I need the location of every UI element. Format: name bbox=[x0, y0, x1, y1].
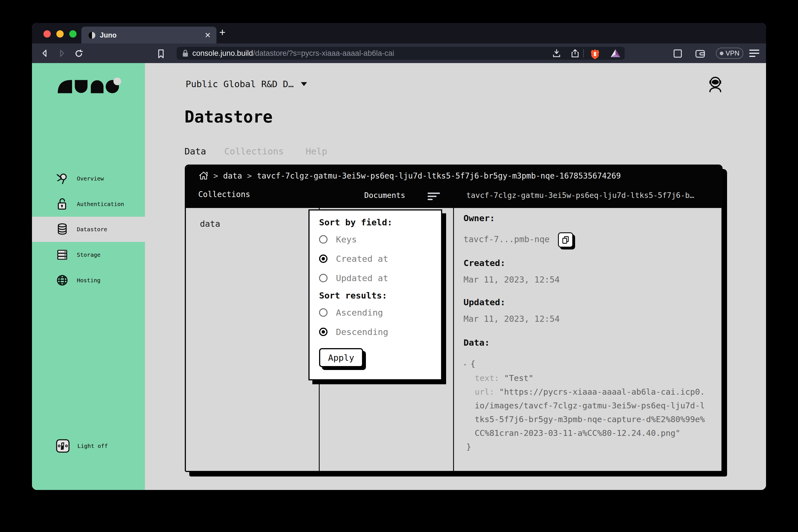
breadcrumb: > data > tavcf-7clgz-gatmu-3ei5w-ps6eq-l… bbox=[186, 166, 721, 186]
wallet-icon[interactable] bbox=[695, 49, 706, 59]
copy-button[interactable] bbox=[558, 232, 573, 247]
collections-column-header: Collections bbox=[198, 190, 250, 199]
toolbar-divider bbox=[583, 49, 584, 57]
collection-item-data[interactable]: data bbox=[200, 219, 220, 229]
astronaut-avatar-icon[interactable] bbox=[707, 76, 723, 93]
browser-tabbar: Juno ✕ + bbox=[32, 23, 766, 43]
desktop: Juno ✕ + console.juno.build/datastore/?s… bbox=[0, 0, 798, 532]
sort-option-keys[interactable]: Keys bbox=[319, 230, 441, 249]
light-switch-icon bbox=[56, 439, 70, 453]
copy-icon bbox=[561, 235, 570, 244]
breadcrumb-collection[interactable]: data bbox=[223, 171, 242, 180]
forward-icon[interactable] bbox=[57, 49, 66, 58]
sort-option-ascending[interactable]: Ascending bbox=[319, 303, 441, 322]
sort-field-title: Sort by field: bbox=[319, 217, 441, 230]
radio-selected-icon[interactable] bbox=[319, 328, 328, 336]
json-key-text: text: bbox=[475, 373, 499, 383]
tab-data[interactable]: Data bbox=[185, 146, 206, 157]
macos-zoom-button[interactable] bbox=[69, 30, 77, 38]
tab-title: Juno bbox=[100, 31, 117, 39]
macos-minimize-button[interactable] bbox=[56, 30, 64, 38]
radio-unselected-icon[interactable] bbox=[319, 274, 328, 282]
tab-help[interactable]: Help bbox=[305, 146, 327, 157]
sort-icon[interactable] bbox=[428, 193, 440, 202]
radio-unselected-icon[interactable] bbox=[319, 235, 328, 244]
sidebar-item-datastore[interactable]: Datastore bbox=[32, 217, 145, 242]
main-area: Public Global R&D D… Datastore Data Coll… bbox=[145, 63, 766, 490]
sidebar-item-hosting[interactable]: Hosting bbox=[32, 268, 145, 293]
url-bar[interactable]: console.juno.build/datastore/?s=pycrs-xi… bbox=[177, 47, 625, 60]
radio-unselected-icon[interactable] bbox=[319, 308, 328, 317]
unlock-icon bbox=[56, 197, 69, 211]
download-icon[interactable] bbox=[552, 49, 561, 58]
menu-icon[interactable] bbox=[749, 50, 759, 57]
brave-shield-icon[interactable] bbox=[590, 49, 600, 60]
data-label: Data: bbox=[463, 338, 712, 349]
sidebar-item-label: Overview bbox=[77, 175, 104, 182]
document-column-header: tavcf-7clgz-gatmu-3ei5w-ps6eq-lju7d-ltks… bbox=[466, 191, 719, 200]
url-domain: console.juno.build bbox=[192, 49, 253, 58]
browser-toolbar: console.juno.build/datastore/?s=pycrs-xi… bbox=[32, 43, 766, 63]
owner-value: tavcf-7...pmb-nqe bbox=[463, 234, 550, 246]
bookmark-icon[interactable] bbox=[156, 49, 165, 59]
macos-close-button[interactable] bbox=[43, 30, 51, 38]
juno-favicon-icon bbox=[89, 32, 95, 39]
json-close-brace: } bbox=[463, 440, 708, 454]
sidebar: Overview Authentication Datastore Storag… bbox=[32, 63, 145, 490]
collapse-triangle-icon[interactable]: ▾ bbox=[463, 362, 467, 367]
satellite-icon bbox=[56, 172, 69, 185]
sort-option-updated-at[interactable]: Updated at bbox=[319, 268, 441, 288]
workspace-selector[interactable]: Public Global R&D D… bbox=[186, 79, 307, 90]
owner-label: Owner: bbox=[463, 213, 712, 224]
reload-icon[interactable] bbox=[74, 49, 83, 58]
sidebar-item-overview[interactable]: Overview bbox=[32, 166, 145, 191]
url-path: /datastore/?s=pycrs-xiaaa-aaaal-ab6la-ca… bbox=[253, 49, 394, 58]
json-value-url: "https://pycrs-xiaaa-aaaal-ab6la-cai.icp… bbox=[475, 387, 705, 438]
breadcrumb-doc-id: tavcf-7clgz-gatmu-3ei5w-ps6eq-lju7d-ltks… bbox=[257, 171, 621, 180]
theme-toggle[interactable]: Light off bbox=[56, 439, 108, 453]
sidebar-panel-icon[interactable] bbox=[673, 49, 683, 58]
new-tab-button[interactable]: + bbox=[219, 26, 225, 38]
sort-option-created-at[interactable]: Created at bbox=[319, 249, 441, 268]
sort-popup: Sort by field: Keys Created at Updated a… bbox=[309, 209, 442, 380]
vpn-status-dot bbox=[720, 52, 723, 55]
json-key-url: url: bbox=[475, 387, 494, 397]
sidebar-item-label: Storage bbox=[77, 251, 100, 258]
updated-value: Mar 11, 2023, 12:54 bbox=[463, 314, 712, 325]
workspace-name: Public Global R&D D… bbox=[186, 79, 294, 90]
sidebar-item-label: Hosting bbox=[77, 277, 100, 284]
json-value-text: "Test" bbox=[504, 373, 534, 383]
breadcrumb-separator: > bbox=[247, 171, 252, 180]
breadcrumb-separator: > bbox=[214, 171, 218, 180]
vpn-button[interactable]: VPN bbox=[716, 48, 743, 59]
sidebar-item-authentication[interactable]: Authentication bbox=[32, 191, 145, 217]
apply-button[interactable]: Apply bbox=[319, 348, 363, 367]
panel-header: > data > tavcf-7clgz-gatmu-3ei5w-ps6eq-l… bbox=[186, 166, 721, 208]
bat-icon[interactable] bbox=[610, 49, 621, 59]
tab-collections[interactable]: Collections bbox=[224, 146, 284, 157]
created-label: Created: bbox=[463, 258, 712, 269]
lock-icon bbox=[182, 49, 188, 57]
datastore-panel: > data > tavcf-7clgz-gatmu-3ei5w-ps6eq-l… bbox=[185, 165, 723, 472]
share-icon[interactable] bbox=[570, 49, 580, 58]
updated-label: Updated: bbox=[463, 297, 712, 308]
documents-column-header: Documents bbox=[364, 191, 405, 200]
document-json: ▾{ text: "Test" url: "https://pycrs-xiaa… bbox=[463, 357, 708, 454]
browser-window: Juno ✕ + console.juno.build/datastore/?s… bbox=[32, 23, 766, 490]
sort-option-descending[interactable]: Descending bbox=[319, 322, 441, 341]
home-icon[interactable] bbox=[199, 171, 208, 180]
chevron-down-icon bbox=[301, 82, 307, 86]
juno-logo bbox=[56, 78, 122, 95]
browser-tab[interactable]: Juno ✕ bbox=[81, 26, 217, 43]
document-detail: Owner: tavcf-7...pmb-nqe Created: Mar 11… bbox=[454, 208, 721, 471]
sidebar-item-label: Datastore bbox=[77, 226, 107, 233]
sidebar-item-label: Authentication bbox=[77, 201, 124, 207]
sidebar-item-storage[interactable]: Storage bbox=[32, 242, 145, 267]
tab-close-icon[interactable]: ✕ bbox=[204, 31, 211, 40]
created-value: Mar 11, 2023, 12:54 bbox=[463, 275, 712, 286]
back-icon[interactable] bbox=[40, 49, 49, 58]
theme-toggle-label: Light off bbox=[77, 442, 108, 449]
sort-results-title: Sort results: bbox=[319, 290, 441, 303]
vpn-label: VPN bbox=[726, 49, 739, 57]
radio-selected-icon[interactable] bbox=[319, 254, 328, 263]
